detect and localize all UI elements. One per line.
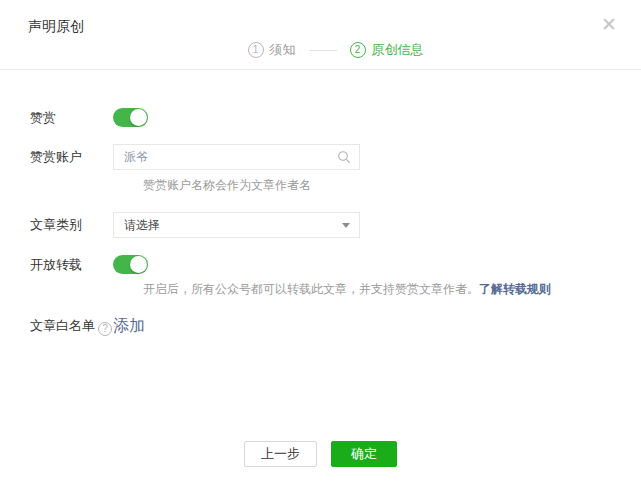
reward-row: 赞赏 (30, 108, 641, 127)
step-2-original-info: 2 原创信息 (350, 41, 424, 59)
dialog-title: 声明原创 (28, 18, 84, 36)
step-1-notice: 1 须知 (248, 41, 296, 59)
confirm-button[interactable]: 确定 (331, 441, 397, 467)
category-label: 文章类别 (30, 216, 113, 234)
reward-account-helper: 赞赏账户名称会作为文章作者名 (143, 177, 641, 193)
declare-original-dialog: 声明原创 ✕ 1 须知 2 原创信息 赞赏 赞赏账户 (0, 0, 641, 491)
close-icon[interactable]: ✕ (597, 12, 621, 36)
step-1-circle: 1 (248, 42, 264, 58)
step-2-circle: 2 (350, 42, 366, 58)
step-indicator: 1 须知 2 原创信息 (15, 41, 641, 59)
whitelist-label: 文章白名单? (30, 317, 113, 336)
reward-account-row: 赞赏账户 (30, 144, 641, 170)
dialog-header: 声明原创 ✕ 1 须知 2 原创信息 (0, 0, 641, 70)
reward-account-input[interactable] (113, 144, 360, 170)
toggle-knob (130, 256, 147, 273)
open-repost-row: 开放转载 (30, 255, 641, 274)
step-2-label: 原创信息 (372, 41, 424, 59)
reward-account-label: 赞赏账户 (30, 148, 113, 166)
open-repost-helper: 开启后，所有公众号都可以转载此文章，并支持赞赏文章作者。了解转载规则 (143, 281, 641, 297)
step-connector (309, 50, 337, 51)
reward-label: 赞赏 (30, 109, 113, 127)
category-row: 文章类别 请选择 (30, 212, 641, 238)
chevron-down-icon (342, 223, 350, 228)
repost-rules-link[interactable]: 了解转载规则 (479, 282, 551, 296)
open-repost-helper-text: 开启后，所有公众号都可以转载此文章，并支持赞赏文章作者。 (143, 282, 479, 296)
step-1-label: 须知 (270, 41, 296, 59)
dialog-footer: 上一步 确定 (0, 441, 641, 467)
back-button[interactable]: 上一步 (244, 441, 317, 467)
whitelist-label-text: 文章白名单 (30, 318, 95, 333)
help-icon[interactable]: ? (98, 322, 112, 336)
reward-toggle[interactable] (113, 108, 148, 127)
category-select[interactable]: 请选择 (113, 212, 360, 238)
open-repost-toggle[interactable] (113, 255, 148, 274)
open-repost-label: 开放转载 (30, 256, 113, 274)
whitelist-row: 文章白名单? 添加 (30, 316, 641, 337)
search-icon (337, 150, 351, 164)
original-info-form: 赞赏 赞赏账户 赞赏账户名称会作为文章作者名 文章类别 (0, 108, 641, 337)
whitelist-add-link[interactable]: 添加 (113, 317, 145, 334)
toggle-knob (130, 109, 147, 126)
category-selected-value: 请选择 (124, 217, 160, 234)
